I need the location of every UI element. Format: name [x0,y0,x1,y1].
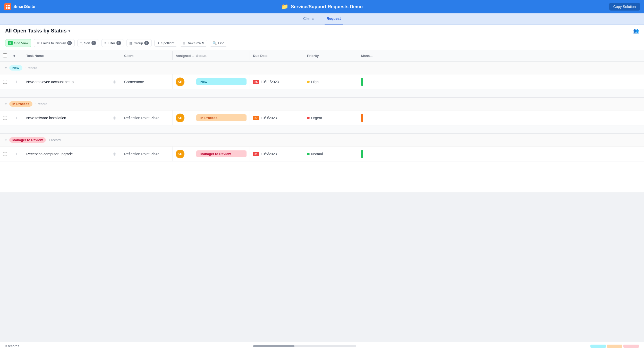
view-toolbar: All Open Tasks by Status ▾ 👥 [0,25,644,37]
col-client[interactable]: Client [121,51,173,60]
sort-button[interactable]: ⇅ Sort 1 [77,39,99,47]
priority-label: Normal [311,152,323,156]
row-select-checkbox[interactable] [3,116,7,120]
grid-view-button[interactable]: ⊞ Grid View [5,39,31,47]
sort-icon: ⇅ [80,41,83,45]
task-name-cell[interactable]: New software installation [23,110,108,125]
group-inprocess: ▾ In Process 1 record 1 New software ins… [0,98,644,125]
top-navigation: SmartSuite 📁 Service/Support Requests De… [0,0,644,13]
col-checkbox [0,51,10,61]
client-cell: Reflection Point Plaza [121,147,173,161]
sub-navigation: Clients Request [0,13,644,25]
table-row: 1 New software installation ⊕ Reflection… [0,110,644,125]
spotlight-button[interactable]: ✦ Spotlight [154,40,177,47]
group-badge-manager: Manager to Review [9,137,46,143]
manager-indicator [361,78,363,86]
tab-request[interactable]: Request [325,13,343,24]
col-priority[interactable]: Priority [304,51,358,60]
page-title-area: 📁 Service/Support Requests Demo [281,3,363,10]
group-button[interactable]: ▦ Group 1 [126,39,152,47]
add-record-icon[interactable]: ⊕ [108,147,121,161]
find-button[interactable]: 🔍 Find [210,40,227,47]
due-days-badge: 27 [253,116,259,120]
col-manager[interactable]: Mana... [358,51,389,60]
filter-icon: ≡ [104,41,106,45]
group-badge-new: New [9,65,22,71]
row-select-checkbox[interactable] [3,152,7,156]
manager-cell [358,147,389,161]
row-select-checkbox[interactable] [3,80,7,84]
logo-icon [4,3,11,10]
col-num: # [10,51,23,60]
row-checkbox [0,74,10,89]
row-size-button[interactable]: ⊟ Row Size S [180,40,207,47]
due-date-cell: 27 10/9/2023 [250,110,304,125]
priority-label: Urgent [311,116,322,120]
avatar: KR [176,150,184,158]
svg-rect-1 [8,5,10,6]
due-date-cell: 31 10/5/2023 [250,147,304,161]
tab-clients[interactable]: Clients [301,13,316,24]
status-badge: Manager to Review [196,150,247,157]
app-logo[interactable]: SmartSuite [4,3,35,10]
table-row: 1 Reception computer upgrade ⊕ Reflectio… [0,147,644,161]
assigned-cell: KR [173,147,193,161]
priority-cell: Normal [304,147,358,161]
client-cell: Reflection Point Plaza [121,110,173,125]
avatar: KR [176,114,184,122]
priority-label: High [311,80,319,84]
status-badge: New [196,78,247,85]
table-header: # Task Name Client Assigned ... Status D… [0,50,644,62]
group-count-inprocess: 1 record [35,102,47,106]
app-name: SmartSuite [13,4,35,9]
avatar: KR [176,78,184,86]
add-record-icon[interactable]: ⊕ [108,74,121,89]
task-name-cell[interactable]: New employee account setup [23,74,108,89]
priority-cell: High [304,74,358,89]
col-due-date[interactable]: Due Date [250,51,304,60]
priority-dot [307,117,310,119]
grid-icon: ⊞ [8,41,13,45]
table-row: 1 New employee account setup ⊕ Cornersto… [0,74,644,89]
page-title: Service/Support Requests Demo [291,4,363,10]
row-checkbox [0,110,10,125]
due-date-text: 10/9/2023 [261,116,277,120]
controls-bar: ⊞ Grid View 👁 Fields to Display 16 ⇅ Sor… [0,37,644,50]
status-cell[interactable]: In Process [193,110,250,125]
manager-indicator [361,114,363,122]
filter-button[interactable]: ≡ Filter 1 [101,39,124,47]
col-status[interactable]: Status [193,51,250,60]
row-checkbox [0,147,10,161]
status-cell[interactable]: Manager to Review [193,147,250,161]
collapse-icon-inprocess[interactable]: ▾ [5,102,7,106]
due-days-badge: 31 [253,152,259,156]
status-cell[interactable]: New [193,74,250,89]
group-icon: ▦ [129,41,132,45]
priority-dot [307,153,310,155]
find-icon: 🔍 [213,41,217,45]
col-task-name[interactable]: Task Name [23,51,108,60]
folder-icon: 📁 [281,3,288,10]
group-header-inprocess: ▾ In Process 1 record [0,98,644,110]
manager-cell [358,74,389,89]
task-name-cell[interactable]: Reception computer upgrade [23,147,108,161]
group-new: ▾ New 1 record 1 New employee account se… [0,62,644,89]
collapse-icon-manager[interactable]: ▾ [5,138,7,142]
col-assigned[interactable]: Assigned ... [173,51,193,60]
collapse-icon-new[interactable]: ▾ [5,66,7,70]
assigned-cell: KR [173,110,193,125]
copy-solution-button[interactable]: Copy Solution [609,3,640,11]
add-record-icon[interactable]: ⊕ [108,110,121,125]
svg-rect-0 [6,5,7,6]
manager-cell [358,110,389,125]
view-title: All Open Tasks by Status ▾ [5,28,70,34]
due-date-text: 10/5/2023 [261,152,277,156]
fields-to-display-button[interactable]: 👁 Fields to Display 16 [34,39,74,47]
view-dropdown-icon[interactable]: ▾ [68,28,70,33]
row-number: 1 [10,110,23,125]
spotlight-icon: ✦ [157,41,160,45]
share-icon[interactable]: 👥 [633,28,639,34]
select-all-checkbox[interactable] [3,53,7,57]
svg-rect-2 [6,7,7,9]
due-date-cell: 25 10/11/2023 [250,74,304,89]
